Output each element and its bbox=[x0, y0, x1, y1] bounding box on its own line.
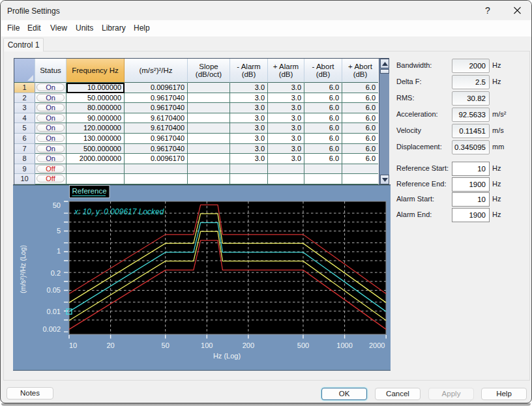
svg-text:2000: 2000 bbox=[369, 341, 385, 349]
svg-text:10: 10 bbox=[69, 341, 77, 349]
svg-text:x: 10, y: 0.009617 Locked: x: 10, y: 0.009617 Locked bbox=[74, 207, 164, 216]
svg-text:5: 5 bbox=[57, 227, 61, 235]
svg-text:200: 200 bbox=[243, 341, 254, 349]
svg-text:500: 500 bbox=[297, 341, 309, 349]
svg-text:0.2: 0.2 bbox=[51, 269, 61, 277]
svg-text:Reference: Reference bbox=[72, 187, 107, 195]
svg-text:0.05: 0.05 bbox=[47, 286, 61, 294]
svg-text:100: 100 bbox=[201, 341, 213, 349]
svg-text:1: 1 bbox=[57, 247, 61, 255]
svg-text:1000: 1000 bbox=[336, 341, 352, 349]
svg-text:Hz (Log): Hz (Log) bbox=[213, 352, 241, 360]
svg-text:50: 50 bbox=[162, 341, 170, 349]
svg-text:50: 50 bbox=[53, 201, 61, 209]
svg-text:20: 20 bbox=[106, 341, 114, 349]
svg-text:0.002: 0.002 bbox=[42, 325, 61, 333]
svg-text:0.01: 0.01 bbox=[47, 308, 61, 315]
svg-text:(m/s²)²/Hz (Log): (m/s²)²/Hz (Log) bbox=[19, 245, 27, 293]
